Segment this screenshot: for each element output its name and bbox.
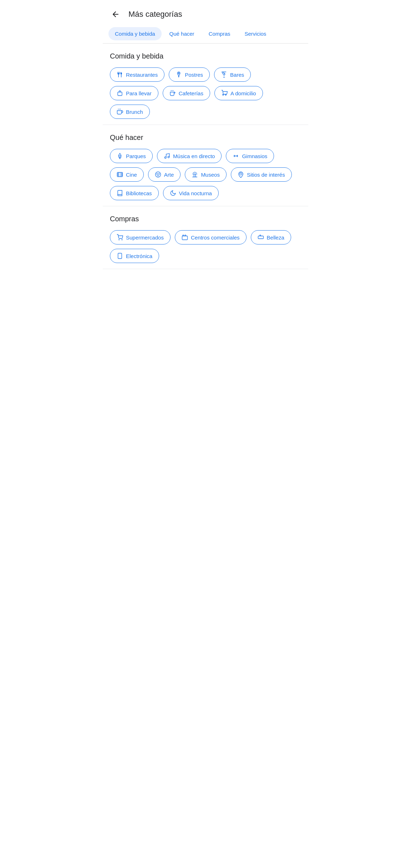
chip-label-gimnasios: Gimnasios [242, 153, 267, 159]
landmark-icon [238, 171, 244, 178]
chip-cine[interactable]: Cine [110, 167, 144, 182]
chip-label-sitios: Sitios de interés [247, 172, 285, 178]
chip-gimnasios[interactable]: Gimnasios [226, 149, 274, 163]
tree-icon [117, 153, 123, 159]
chip-label-belleza: Belleza [267, 234, 284, 241]
chip-label-electronica: Electrónica [126, 253, 152, 259]
chip-label-parques: Parques [126, 153, 146, 159]
cinema-icon [117, 171, 123, 178]
chip-label-cine: Cine [126, 172, 137, 178]
svg-point-13 [240, 173, 242, 175]
chip-para-llevar[interactable]: Para llevar [110, 86, 158, 100]
chip-label-arte: Arte [164, 172, 174, 178]
tab-servicios[interactable]: Servicios [238, 27, 273, 40]
back-arrow-icon [111, 10, 120, 19]
chip-vida-nocturna[interactable]: Vida nocturna [163, 186, 219, 200]
chip-label-bibliotecas: Bibliotecas [126, 190, 152, 196]
tab-compras[interactable]: Compras [202, 27, 237, 40]
library-icon [117, 190, 123, 196]
chip-cafeterias[interactable]: Cafeterías [163, 86, 210, 100]
chip-arte[interactable]: Arte [148, 167, 181, 182]
gym-icon [233, 153, 239, 159]
chip-label-centros-comerciales: Centros comerciales [191, 234, 240, 241]
beauty-icon [258, 234, 264, 241]
chip-belleza[interactable]: Belleza [251, 230, 291, 244]
svg-point-7 [164, 157, 166, 158]
cocktail-icon [221, 71, 227, 78]
section-title-que-hacer: Qué hacer [110, 133, 301, 142]
svg-point-15 [122, 239, 122, 240]
delivery-icon [221, 90, 228, 96]
section-comida-bebida: Comida y bebida Restaurantes Postres Bar… [103, 44, 308, 125]
back-button[interactable] [108, 7, 123, 21]
chip-label-brunch: Brunch [126, 109, 143, 115]
bag-icon [117, 90, 123, 96]
chip-label-supermercados: Supermercados [126, 234, 164, 241]
section-que-hacer: Qué hacer Parques Música en directo Gimn… [103, 125, 308, 206]
mall-icon [182, 234, 188, 241]
chip-musica-en-directo[interactable]: Música en directo [157, 149, 222, 163]
svg-point-11 [157, 173, 157, 174]
chip-label-para-llevar: Para llevar [126, 90, 152, 96]
fork-knife-icon [117, 71, 123, 78]
chip-parques[interactable]: Parques [110, 149, 153, 163]
svg-rect-1 [118, 92, 122, 96]
electronics-icon [117, 253, 123, 259]
chip-centros-comerciales[interactable]: Centros comerciales [175, 230, 247, 244]
chips-grid-comida: Restaurantes Postres Bares Para llevar C [110, 67, 301, 119]
chip-bibliotecas[interactable]: Bibliotecas [110, 186, 159, 200]
svg-rect-16 [182, 236, 187, 240]
art-icon [155, 171, 161, 178]
chips-grid-compras: Supermercados Centros comerciales Bellez… [110, 230, 301, 263]
coffee-icon [169, 90, 176, 96]
chip-sitios-de-interes[interactable]: Sitios de interés [231, 167, 292, 182]
icecream-icon [176, 71, 182, 78]
chip-label-cafeterias: Cafeterías [179, 90, 203, 96]
svg-point-8 [168, 156, 169, 158]
chip-a-domicilio[interactable]: A domicilio [214, 86, 263, 100]
svg-point-12 [158, 173, 159, 174]
chip-supermercados[interactable]: Supermercados [110, 230, 171, 244]
svg-point-0 [178, 73, 179, 74]
tab-que-hacer[interactable]: Qué hacer [163, 27, 201, 40]
brunch-icon [117, 108, 123, 115]
chip-label-museos: Museos [201, 172, 220, 178]
music-icon [164, 153, 170, 159]
chip-bares[interactable]: Bares [214, 67, 251, 82]
chip-label-restaurantes: Restaurantes [126, 72, 158, 78]
chip-label-bares: Bares [230, 72, 244, 78]
section-title-compras: Compras [110, 215, 301, 223]
header: Más categorías [103, 0, 308, 27]
page-title: Más categorías [128, 10, 182, 19]
section-title-comida: Comida y bebida [110, 52, 301, 60]
chip-label-a-domicilio: A domicilio [230, 90, 256, 96]
chip-brunch[interactable]: Brunch [110, 105, 150, 119]
museum-icon [192, 171, 198, 178]
svg-point-14 [119, 239, 120, 240]
cart-icon [117, 234, 123, 241]
chip-restaurantes[interactable]: Restaurantes [110, 67, 164, 82]
svg-point-10 [155, 172, 161, 177]
chip-electronica[interactable]: Electrónica [110, 249, 159, 263]
tabs-bar: Comida y bebida Qué hacer Compras Servic… [103, 27, 308, 44]
chip-label-postres: Postres [185, 72, 203, 78]
chips-grid-que-hacer: Parques Música en directo Gimnasios Cine [110, 149, 301, 200]
chip-postres[interactable]: Postres [169, 67, 210, 82]
chip-label-vida-nocturna: Vida nocturna [179, 190, 212, 196]
chip-museos[interactable]: Museos [185, 167, 227, 182]
tab-comida-y-bebida[interactable]: Comida y bebida [108, 27, 162, 40]
nightlife-icon [170, 190, 176, 196]
chip-label-musica: Música en directo [173, 153, 215, 159]
section-compras: Compras Supermercados Centros comerciale… [103, 206, 308, 269]
